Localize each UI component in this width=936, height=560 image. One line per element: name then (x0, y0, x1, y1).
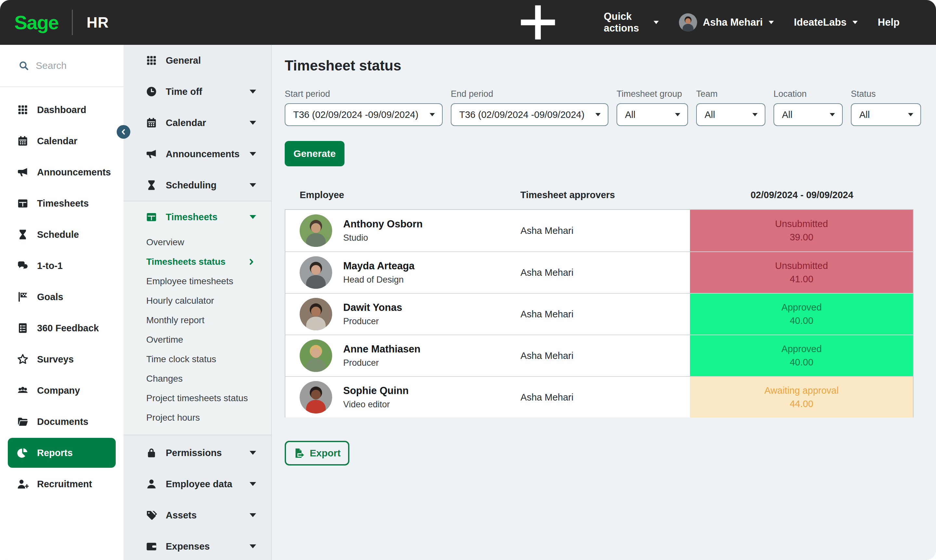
report-item-permissions[interactable]: Permissions (123, 437, 271, 468)
sidebar-item-1-to-1[interactable]: 1-to-1 (0, 250, 123, 281)
sidebar-item-timesheets[interactable]: Timesheets (0, 188, 123, 219)
report-link-overtime[interactable]: Overtime (123, 330, 271, 349)
grid-icon (17, 104, 29, 115)
approver-cell: Asha Mehari (521, 294, 690, 335)
status-cell[interactable]: Approved 40.00 (690, 294, 913, 335)
status-label: Unsubmitted (775, 259, 828, 272)
employee-name: Anne Mathiasen (343, 343, 421, 355)
sidebar-item-documents[interactable]: Documents (0, 406, 123, 437)
sidebar-item-calendar[interactable]: Calendar (0, 125, 123, 157)
calendar-icon (17, 135, 29, 147)
sidebar-item-reports[interactable]: Reports (8, 438, 116, 468)
search-icon (18, 60, 29, 71)
user-name: Asha Mehari (703, 17, 763, 28)
sage-logo: Sage (14, 11, 58, 34)
primary-nav: Dashboard Calendar Announcements Timeshe… (0, 87, 123, 500)
report-item-time-off[interactable]: Time off (123, 76, 271, 107)
employee-name: Sophie Quinn (343, 385, 409, 397)
table-row: Anthony OsbornStudio Asha Mehari Unsubmi… (285, 210, 913, 251)
sidebar-item-announcements[interactable]: Announcements (0, 157, 123, 188)
table-icon (146, 211, 157, 223)
help-link[interactable]: Help (878, 17, 900, 28)
megaphone-icon (146, 148, 157, 160)
status-hours: 40.00 (790, 356, 813, 369)
employee-role: Head of Design (343, 274, 414, 285)
report-link-time-clock-status[interactable]: Time clock status (123, 349, 271, 369)
employee-role: Video editor (343, 399, 409, 410)
report-link-project-timesheets-status[interactable]: Project timesheets status (123, 389, 271, 408)
sidebar-item-goals[interactable]: Goals (0, 281, 123, 312)
team-select[interactable]: All (696, 103, 765, 126)
status-select[interactable]: All (851, 103, 921, 126)
hourglass-icon (17, 229, 29, 240)
report-item-announcements[interactable]: Announcements (123, 138, 271, 169)
filters-row: Start period T36 (02/09/2024 -09/09/2024… (285, 88, 922, 126)
report-link-monthly-report[interactable]: Monthly report (123, 311, 271, 330)
employee-avatar (300, 298, 332, 330)
reports-section-admin: Permissions Employee data Assets Expense… (123, 435, 271, 560)
filter-status: Status All (851, 88, 921, 126)
report-item-calendar[interactable]: Calendar (123, 107, 271, 138)
report-link-changes[interactable]: Changes (123, 369, 271, 389)
status-cell[interactable]: Unsubmitted 41.00 (690, 252, 913, 293)
report-link-timesheets-status[interactable]: Timesheets status (123, 252, 271, 272)
status-hours: 44.00 (790, 397, 813, 411)
status-cell[interactable]: Approved 40.00 (690, 335, 913, 376)
column-header-date-range: 02/09/2024 - 09/09/2024 (690, 190, 914, 200)
report-link-employee-timesheets[interactable]: Employee timesheets (123, 272, 271, 291)
sidebar-item-recruitment[interactable]: Recruitment (0, 468, 123, 500)
sidebar-item-surveys[interactable]: Surveys (0, 344, 123, 375)
hourglass-icon (146, 179, 157, 191)
user-menu-button[interactable]: Asha Mehari (679, 13, 774, 31)
clock-icon (146, 86, 157, 97)
grid-icon (146, 55, 157, 66)
flag-icon (17, 291, 29, 303)
quick-actions-button[interactable]: Quick actions (478, 0, 658, 47)
employee-avatar (300, 381, 332, 414)
report-item-assets[interactable]: Assets (123, 500, 271, 531)
chevron-down-icon (830, 113, 835, 116)
report-item-general[interactable]: General (123, 45, 271, 76)
report-item-expenses[interactable]: Expenses (123, 531, 271, 560)
approver-cell: Asha Mehari (521, 210, 690, 251)
feedback-icon (17, 322, 29, 334)
end-period-select[interactable]: T36 (02/09/2024 -09/09/2024) (451, 103, 608, 126)
chevron-down-icon (250, 121, 256, 125)
search-input[interactable]: Search (0, 45, 123, 87)
top-bar: Sage HR Quick actions Asha Mehari Ideate… (0, 0, 936, 45)
status-hours: 40.00 (790, 314, 813, 328)
generate-button[interactable]: Generate (285, 141, 344, 166)
location-select[interactable]: All (774, 103, 843, 126)
report-item-employee-data[interactable]: Employee data (123, 468, 271, 500)
sidebar-item-dashboard[interactable]: Dashboard (0, 94, 123, 125)
pie-chart-icon (17, 447, 29, 458)
report-link-overview[interactable]: Overview (123, 232, 271, 252)
person-icon (146, 478, 157, 490)
status-label: Approved (781, 342, 822, 356)
collapse-sidebar-button[interactable] (117, 125, 130, 139)
sidebar-item-company[interactable]: Company (0, 375, 123, 406)
status-cell[interactable]: Awaiting approval 44.00 (690, 377, 913, 417)
org-menu-button[interactable]: IdeateLabs (794, 17, 858, 28)
table-row: Anne MathiasenProducer Asha Mehari Appro… (285, 335, 913, 376)
status-cell[interactable]: Unsubmitted 39.00 (690, 210, 913, 251)
chevron-down-icon (595, 113, 601, 116)
sidebar-item-360-feedback[interactable]: 360 Feedback (0, 312, 123, 344)
filter-end-period: End period T36 (02/09/2024 -09/09/2024) (451, 88, 608, 126)
timesheet-group-select[interactable]: All (617, 103, 688, 126)
export-button[interactable]: Export (285, 441, 349, 466)
people-icon (17, 385, 29, 396)
filter-timesheet-group: Timesheet group All (617, 88, 688, 126)
filter-start-period: Start period T36 (02/09/2024 -09/09/2024… (285, 88, 443, 126)
chevron-down-icon (250, 545, 256, 548)
start-period-select[interactable]: T36 (02/09/2024 -09/09/2024) (285, 103, 443, 126)
report-link-project-hours[interactable]: Project hours (123, 408, 271, 428)
plus-icon (478, 0, 598, 47)
report-item-scheduling[interactable]: Scheduling (123, 169, 271, 201)
person-plus-icon (17, 478, 29, 490)
sidebar-item-schedule[interactable]: Schedule (0, 219, 123, 250)
employee-cell: Anne MathiasenProducer (285, 335, 521, 376)
main-content: Timesheet status Start period T36 (02/09… (272, 45, 936, 560)
report-item-timesheets[interactable]: Timesheets (123, 202, 271, 232)
report-link-hourly-calculator[interactable]: Hourly calculator (123, 291, 271, 311)
